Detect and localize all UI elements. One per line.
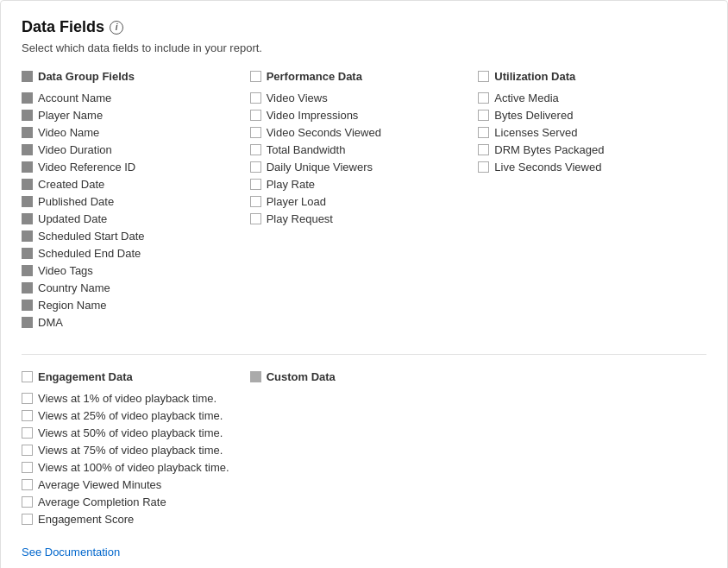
field-checkbox[interactable] — [22, 92, 33, 104]
empty-column — [478, 370, 706, 530]
field-checkbox[interactable] — [478, 161, 489, 173]
list-item: Live Seconds Viewed — [478, 161, 693, 174]
field-label: Video Tags — [38, 264, 93, 277]
see-documentation-link[interactable]: See Documentation — [22, 546, 120, 559]
field-label: Player Load — [267, 195, 326, 208]
list-item: Video Name — [22, 126, 236, 139]
list-item: Views at 1% of video playback time. — [22, 392, 236, 405]
field-label: Daily Unique Viewers — [267, 161, 373, 174]
field-label: Play Rate — [267, 178, 315, 191]
field-label: Video Impressions — [267, 109, 359, 122]
list-item: Licenses Served — [478, 126, 693, 139]
list-item: Average Completion Rate — [22, 495, 236, 508]
field-checkbox[interactable] — [22, 479, 33, 490]
field-checkbox[interactable] — [22, 179, 33, 190]
utilization-group-label: Utilization Data — [494, 70, 575, 83]
field-checkbox[interactable] — [22, 445, 33, 456]
field-label: Scheduled End Date — [38, 247, 141, 260]
field-label: Active Media — [494, 92, 558, 104]
list-item: Scheduled End Date — [22, 247, 236, 260]
field-checkbox[interactable] — [22, 161, 33, 173]
info-icon[interactable]: i — [110, 21, 123, 35]
field-checkbox[interactable] — [250, 144, 261, 155]
field-label: DMA — [38, 316, 63, 329]
field-checkbox[interactable] — [22, 393, 33, 404]
list-item: Daily Unique Viewers — [250, 161, 465, 174]
field-checkbox[interactable] — [22, 144, 33, 155]
list-item: DMA — [22, 316, 236, 329]
list-item: Views at 75% of video playback time. — [22, 444, 236, 457]
section-divider — [22, 354, 706, 355]
field-checkbox[interactable] — [478, 144, 489, 155]
field-label: Average Completion Rate — [38, 495, 166, 508]
engagement-group-label: Engagement Data — [38, 370, 133, 383]
field-label: Licenses Served — [494, 126, 577, 139]
list-item: Player Name — [22, 109, 236, 122]
performance-group-label: Performance Data — [267, 70, 362, 83]
subtitle-text: Select which data fields to include in y… — [22, 41, 706, 54]
field-checkbox[interactable] — [22, 300, 33, 311]
field-label: Live Seconds Viewed — [494, 161, 601, 174]
field-label: Video Name — [38, 126, 99, 139]
data-group-checkbox[interactable] — [22, 71, 33, 82]
custom-group-checkbox[interactable] — [250, 371, 261, 382]
field-checkbox[interactable] — [478, 127, 489, 138]
utilization-group-checkbox[interactable] — [478, 71, 489, 82]
list-item: Active Media — [478, 92, 693, 104]
engagement-header: Engagement Data — [22, 370, 236, 383]
custom-group-label: Custom Data — [267, 370, 336, 383]
field-checkbox[interactable] — [250, 179, 261, 190]
field-label: Video Reference ID — [38, 161, 135, 174]
field-checkbox[interactable] — [22, 248, 33, 259]
field-checkbox[interactable] — [22, 317, 33, 328]
list-item: Bytes Delivered — [478, 109, 693, 122]
performance-header: Performance Data — [250, 70, 465, 83]
field-checkbox[interactable] — [22, 514, 33, 525]
list-item: Published Date — [22, 195, 236, 208]
field-checkbox[interactable] — [22, 230, 33, 242]
field-checkbox[interactable] — [22, 196, 33, 207]
field-checkbox[interactable] — [22, 127, 33, 138]
field-checkbox[interactable] — [22, 213, 33, 224]
field-checkbox[interactable] — [22, 427, 33, 439]
field-label: Views at 1% of video playback time. — [38, 392, 217, 405]
field-label: Created Date — [38, 178, 104, 191]
list-item: Created Date — [22, 178, 236, 191]
field-checkbox[interactable] — [250, 110, 261, 121]
field-checkbox[interactable] — [478, 110, 489, 121]
list-item: Video Impressions — [250, 109, 465, 122]
title-text: Data Fields — [22, 18, 104, 36]
field-label: Region Name — [38, 299, 107, 312]
custom-header: Custom Data — [250, 370, 465, 383]
custom-column: Custom Data — [250, 370, 479, 530]
field-checkbox[interactable] — [22, 265, 33, 276]
field-label: Views at 100% of video playback time. — [38, 461, 229, 474]
field-label: Country Name — [38, 281, 110, 294]
field-label: Engagement Score — [38, 513, 134, 526]
field-checkbox[interactable] — [22, 462, 33, 473]
field-checkbox[interactable] — [22, 410, 33, 421]
field-checkbox[interactable] — [22, 282, 33, 293]
list-item: Video Views — [250, 92, 465, 104]
engagement-group-checkbox[interactable] — [22, 371, 33, 382]
field-checkbox[interactable] — [250, 196, 261, 207]
field-checkbox[interactable] — [250, 127, 261, 138]
panel-title: Data Fields i — [22, 18, 706, 36]
data-group-label: Data Group Fields — [38, 70, 135, 83]
field-checkbox[interactable] — [250, 92, 261, 104]
field-label: Video Views — [267, 92, 328, 104]
performance-group-checkbox[interactable] — [250, 71, 261, 82]
list-item: Updated Date — [22, 212, 236, 225]
list-item: Region Name — [22, 299, 236, 312]
field-label: Views at 50% of video playback time. — [38, 426, 223, 439]
list-item: Video Tags — [22, 264, 236, 277]
field-checkbox[interactable] — [250, 213, 261, 224]
data-group-header: Data Group Fields — [22, 70, 236, 83]
field-checkbox[interactable] — [22, 496, 33, 508]
field-label: Average Viewed Minutes — [38, 478, 161, 491]
field-checkbox[interactable] — [478, 92, 489, 104]
field-checkbox[interactable] — [22, 110, 33, 121]
field-checkbox[interactable] — [250, 161, 261, 173]
list-item: Views at 50% of video playback time. — [22, 426, 236, 439]
field-label: Video Duration — [38, 143, 112, 156]
